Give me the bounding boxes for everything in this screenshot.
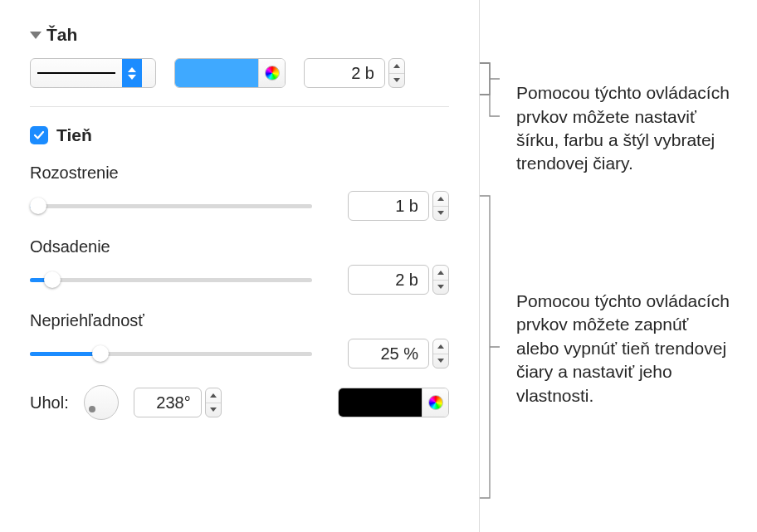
callout-bracket-icon — [480, 58, 503, 183]
opacity-stepper[interactable] — [432, 339, 449, 368]
callout-stroke: Pomocou týchto ovládacích prvkov môžete … — [480, 58, 735, 199]
stroke-color-swatch[interactable] — [175, 59, 258, 87]
shadow-color-well[interactable] — [338, 388, 449, 417]
stepper-down-icon[interactable] — [389, 74, 404, 88]
stroke-section-header[interactable]: Ťah — [30, 25, 449, 45]
angle-label: Uhol: — [30, 393, 69, 412]
shadow-color-swatch[interactable] — [339, 388, 422, 417]
offset-slider[interactable] — [30, 271, 312, 288]
stepper-down-icon[interactable] — [433, 207, 448, 221]
callout-shadow: Pomocou týchto ovládacích prvkov môžete … — [480, 191, 735, 506]
offset-label: Odsadenie — [30, 237, 449, 256]
opacity-label: Nepriehľadnosť — [30, 311, 449, 330]
stroke-width-value[interactable]: 2 b — [304, 58, 385, 88]
offset-field[interactable]: 2 b — [348, 265, 449, 295]
stroke-style-popup[interactable] — [30, 58, 156, 88]
opacity-field[interactable]: 25 % — [348, 339, 449, 368]
opacity-control: Nepriehľadnosť 25 % — [30, 311, 449, 368]
stroke-line-sample-icon — [37, 72, 115, 74]
stepper-up-icon[interactable] — [433, 266, 448, 281]
divider — [30, 106, 449, 107]
angle-control-row: Uhol: 238° — [30, 385, 449, 420]
checkmark-icon — [33, 129, 45, 141]
shadow-checkbox-label: Tieň — [56, 125, 92, 145]
stroke-controls-row: 2 b — [30, 58, 449, 88]
callout-bracket-icon — [480, 191, 503, 506]
stepper-up-icon[interactable] — [389, 59, 404, 74]
stepper-up-icon[interactable] — [433, 339, 448, 354]
blur-value[interactable]: 1 b — [348, 191, 429, 221]
angle-indicator-dot — [89, 406, 95, 412]
blur-label: Rozostrenie — [30, 164, 449, 183]
callout-shadow-text: Pomocou týchto ovládacích prvkov môžete … — [503, 191, 735, 506]
offset-stepper[interactable] — [432, 265, 449, 295]
blur-stepper[interactable] — [432, 191, 449, 221]
popup-arrows-icon — [122, 59, 142, 87]
callouts-region: Pomocou týchto ovládacích prvkov môžete … — [480, 0, 757, 532]
offset-value[interactable]: 2 b — [348, 265, 429, 295]
stepper-up-icon[interactable] — [206, 388, 221, 403]
blur-control: Rozostrenie 1 b — [30, 164, 449, 221]
shadow-section-header: Tieň — [30, 125, 449, 145]
color-wheel-icon — [428, 395, 443, 410]
color-picker-button[interactable] — [422, 388, 448, 417]
slider-thumb[interactable] — [44, 271, 61, 288]
color-picker-button[interactable] — [258, 59, 285, 87]
stepper-up-icon[interactable] — [433, 192, 448, 207]
slider-thumb[interactable] — [92, 345, 109, 362]
stepper-down-icon[interactable] — [206, 403, 221, 417]
callout-stroke-text: Pomocou týchto ovládacích prvkov môžete … — [503, 58, 735, 199]
disclosure-triangle-icon — [30, 32, 42, 39]
stroke-section-title: Ťah — [46, 25, 77, 45]
slider-thumb[interactable] — [30, 198, 46, 214]
blur-field[interactable]: 1 b — [348, 191, 449, 221]
color-wheel-icon — [265, 66, 280, 81]
stroke-width-stepper[interactable] — [388, 58, 405, 88]
blur-slider[interactable] — [30, 198, 312, 214]
opacity-slider[interactable] — [30, 345, 312, 362]
angle-stepper[interactable] — [205, 388, 222, 417]
stepper-down-icon[interactable] — [433, 354, 448, 368]
stroke-width-field[interactable]: 2 b — [304, 58, 405, 88]
offset-control: Odsadenie 2 b — [30, 237, 449, 295]
shadow-checkbox[interactable] — [30, 126, 48, 144]
opacity-value[interactable]: 25 % — [348, 339, 429, 368]
angle-dial[interactable] — [84, 385, 119, 420]
stroke-color-well[interactable] — [174, 58, 286, 88]
stepper-down-icon[interactable] — [433, 281, 448, 295]
inspector-panel: Ťah 2 b Tieň — [0, 0, 480, 532]
angle-value[interactable]: 238° — [134, 388, 202, 417]
angle-field[interactable]: 238° — [134, 388, 222, 417]
